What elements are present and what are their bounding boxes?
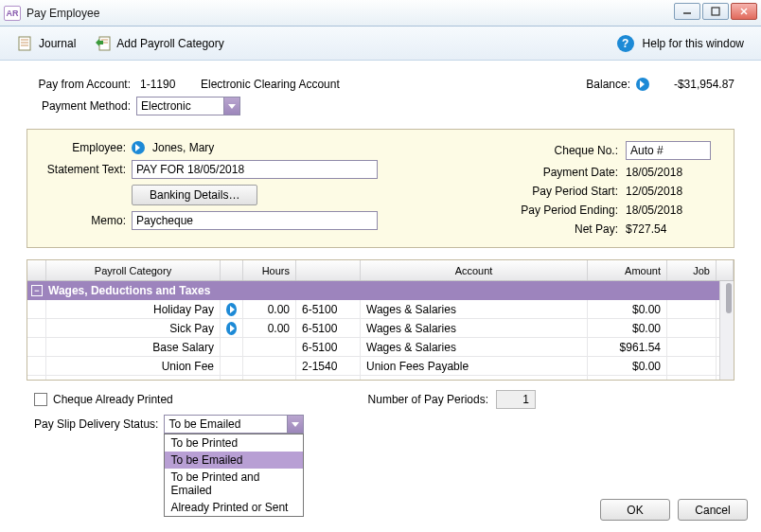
grid-section-header[interactable]: − Wages, Deductions and Taxes <box>27 281 734 300</box>
cell-account-name: Superannuation Payable <box>361 376 588 380</box>
col-payroll-category[interactable]: Payroll Category <box>46 260 221 280</box>
delivery-status-select[interactable]: To be Emailed <box>164 415 304 434</box>
cell-category: Sick Pay <box>46 319 221 337</box>
cell-account-code: 6-5100 <box>296 338 361 356</box>
help-icon: ? <box>617 35 634 52</box>
delivery-option[interactable]: To be Printed <box>165 434 303 452</box>
table-row[interactable]: Sick Pay0.006-5100Wages & Salaries$0.00 <box>27 319 734 338</box>
cell-category: Union Fee <box>46 357 221 375</box>
col-hours[interactable]: Hours <box>243 260 296 280</box>
cell-arrow[interactable] <box>221 300 243 318</box>
ok-button[interactable]: OK <box>600 499 670 521</box>
zoom-arrow-icon[interactable] <box>226 303 237 316</box>
journal-label: Journal <box>39 37 76 50</box>
num-periods-input[interactable]: 1 <box>496 390 536 409</box>
cell-category: Salary Sacrifice <box>46 376 221 380</box>
statement-text-value: PAY FOR 18/05/2018 <box>136 163 244 176</box>
employee-picker-icon[interactable] <box>132 141 145 154</box>
help-label: Help for this window <box>643 37 744 50</box>
delivery-option[interactable]: Already Printed or Sent <box>165 499 303 516</box>
delivery-status-label: Pay Slip Delivery Status: <box>34 417 158 431</box>
cell-arrow <box>221 357 243 375</box>
add-payroll-category-button[interactable]: Add Payroll Category <box>89 32 229 55</box>
journal-icon <box>17 35 34 52</box>
payment-method-select[interactable]: Electronic <box>136 97 240 115</box>
delivery-option[interactable]: To be Printed and Emailed <box>165 469 303 499</box>
payroll-grid[interactable]: Payroll Category Hours Account Amount Jo… <box>27 259 734 381</box>
cell-account-code: 2-1530 <box>296 376 361 380</box>
balance-arrow-icon[interactable] <box>636 78 649 91</box>
cheque-no-input[interactable]: Auto # <box>626 141 711 160</box>
delivery-option[interactable]: To be Emailed <box>165 452 303 469</box>
chevron-down-icon <box>223 98 239 115</box>
table-row[interactable]: Union Fee2-1540Union Fees Payable$0.00 <box>27 357 734 376</box>
cell-amount: $0.00 <box>588 319 667 337</box>
statement-text-input[interactable]: PAY FOR 18/05/2018 <box>132 160 378 179</box>
cheque-no-label: Cheque No.: <box>417 144 626 157</box>
pay-from-account-label: Pay from Account: <box>27 78 136 91</box>
grid-scrollbar[interactable] <box>719 281 734 380</box>
cheque-already-printed-checkbox[interactable] <box>34 393 47 406</box>
cheque-no-value: Auto # <box>630 144 664 157</box>
svg-rect-4 <box>19 37 30 50</box>
payment-date-value: 18/05/2018 <box>626 166 720 179</box>
cell-amount: -$100.00 <box>588 376 667 380</box>
cell-category: Base Salary <box>46 338 221 356</box>
cell-account-code: 6-5100 <box>296 300 361 318</box>
balance-label: Balance: <box>586 78 630 91</box>
col-job[interactable]: Job <box>667 260 717 280</box>
cell-arrow[interactable] <box>221 319 243 337</box>
cell-account-name: Wages & Salaries <box>361 300 588 318</box>
svg-rect-1 <box>712 8 719 15</box>
col-account[interactable]: Account <box>361 260 588 280</box>
chevron-down-icon <box>287 416 303 433</box>
employee-name: Jones, Mary <box>152 141 214 154</box>
banking-details-button[interactable]: Banking Details… <box>132 185 257 205</box>
table-row[interactable]: Holiday Pay0.006-5100Wages & Salaries$0.… <box>27 300 734 319</box>
memo-value: Paycheque <box>136 214 193 227</box>
zoom-arrow-icon[interactable] <box>226 322 237 335</box>
minimize-button[interactable] <box>674 3 700 20</box>
table-row[interactable]: Base Salary6-5100Wages & Salaries$961.54 <box>27 338 734 357</box>
delivery-status-dropdown[interactable]: To be PrintedTo be EmailedTo be Printed … <box>164 434 304 517</box>
add-category-icon <box>95 35 112 52</box>
col-amount[interactable]: Amount <box>588 260 667 280</box>
collapse-icon[interactable]: − <box>31 285 43 296</box>
employee-label: Employee: <box>41 141 132 154</box>
net-pay-value: $727.54 <box>626 222 720 236</box>
pay-from-account-code: 1-1190 <box>136 78 184 91</box>
cell-amount: $961.54 <box>588 338 667 356</box>
cell-category: Holiday Pay <box>46 300 221 318</box>
add-category-label: Add Payroll Category <box>116 37 223 50</box>
cell-account-name: Union Fees Payable <box>361 357 588 375</box>
app-icon: AR <box>4 6 21 21</box>
period-end-value: 18/05/2018 <box>626 204 720 217</box>
cell-arrow <box>221 376 243 380</box>
cell-hours: 0.00 <box>243 319 296 337</box>
table-row[interactable]: Salary Sacrifice2-1530Superannuation Pay… <box>27 376 734 380</box>
period-end-label: Pay Period Ending: <box>417 204 626 217</box>
num-periods-value: 1 <box>522 393 529 406</box>
memo-label: Memo: <box>41 214 132 227</box>
close-button[interactable] <box>731 3 757 20</box>
employee-panel: Employee: Jones, Mary Statement Text: PA… <box>27 129 734 248</box>
cell-hours: 0.00 <box>243 300 296 318</box>
delivery-status-value: To be Emailed <box>168 417 240 431</box>
cell-account-name: Wages & Salaries <box>361 319 588 337</box>
cell-arrow <box>221 338 243 356</box>
num-periods-label: Number of Pay Periods: <box>368 393 488 406</box>
help-button[interactable]: ? Help for this window <box>611 32 750 55</box>
cell-hours <box>243 376 296 380</box>
toolbar: Journal Add Payroll Category ? Help for … <box>0 27 761 61</box>
statement-text-label: Statement Text: <box>41 163 132 176</box>
journal-button[interactable]: Journal <box>11 32 81 55</box>
memo-input[interactable]: Paycheque <box>132 211 378 230</box>
net-pay-label: Net Pay: <box>417 222 626 236</box>
grid-section-label: Wages, Deductions and Taxes <box>48 284 210 297</box>
cell-hours <box>243 338 296 356</box>
balance-value: -$31,954.87 <box>655 78 734 91</box>
maximize-button[interactable] <box>702 3 729 20</box>
cell-amount: $0.00 <box>588 357 667 375</box>
payment-method-label: Payment Method: <box>27 99 136 113</box>
cancel-button[interactable]: Cancel <box>678 499 748 521</box>
